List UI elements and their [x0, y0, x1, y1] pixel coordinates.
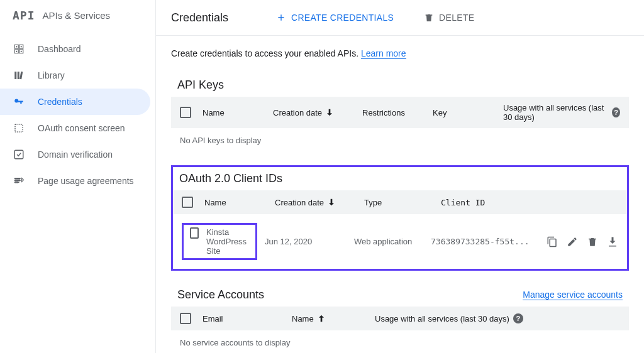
sidebar: API APIs & Services Dashboard Library [0, 0, 156, 353]
oauth-table-header: Name Creation date Type Client ID [173, 190, 627, 214]
service-accounts-table-header: Email Name Usage with all services (last… [171, 307, 629, 330]
sidebar-item-label: Page usage agreements [38, 176, 134, 186]
service-accounts-section: Service Accounts Manage service accounts… [171, 283, 629, 353]
col-key[interactable]: Key [433, 108, 496, 117]
api-keys-table-header: Name Creation date Restrictions Key Usag… [171, 97, 629, 128]
table-row: Kinsta WordPress Site Jun 12, 2020 Web a… [173, 214, 627, 269]
select-all-checkbox[interactable] [180, 313, 191, 324]
create-label: CREATE CREDENTIALS [291, 13, 394, 23]
edit-icon[interactable] [567, 236, 578, 247]
oauth-client-type: Web application [354, 237, 423, 246]
col-type[interactable]: Type [364, 198, 433, 207]
delete-icon[interactable] [587, 236, 598, 247]
sidebar-item-label: Credentials [38, 97, 82, 107]
delete-button[interactable]: DELETE [416, 8, 482, 28]
manage-service-accounts-link[interactable]: Manage service accounts [523, 290, 623, 300]
api-keys-title: API Keys [177, 79, 623, 92]
intro-text: Create credentials to access your enable… [171, 48, 629, 58]
service-accounts-title: Service Accounts [177, 288, 264, 301]
library-icon [13, 69, 25, 82]
download-icon[interactable] [607, 236, 618, 247]
sidebar-header: API APIs & Services [0, 0, 155, 31]
oauth-section: OAuth 2.0 Client IDs Name Creation date … [171, 165, 629, 271]
sidebar-item-label: Library [38, 70, 65, 80]
svg-point-3 [21, 51, 22, 52]
api-keys-empty: No API keys to display [171, 128, 629, 153]
col-date[interactable]: Creation date [273, 107, 355, 117]
sidebar-item-label: Domain verification [38, 149, 113, 160]
sidebar-nav: Dashboard Library Credentials OAuth cons… [0, 31, 155, 194]
content-area: Create credentials to access your enable… [156, 36, 644, 353]
page-title: Credentials [171, 11, 228, 24]
api-keys-section: API Keys Name Creation date Restrictions… [171, 73, 629, 153]
svg-point-2 [16, 51, 17, 52]
arrow-down-icon [325, 107, 335, 117]
svg-point-1 [21, 46, 22, 47]
service-accounts-empty: No service accounts to display [171, 330, 629, 353]
api-logo: API [13, 9, 35, 22]
oauth-title: OAuth 2.0 Client IDs [179, 172, 621, 185]
key-icon [13, 95, 25, 108]
svg-rect-7 [15, 124, 23, 132]
delete-label: DELETE [439, 13, 474, 23]
learn-more-link[interactable]: Learn more [361, 48, 406, 59]
col-name[interactable]: Name [203, 108, 265, 117]
sidebar-item-label: Dashboard [38, 44, 81, 54]
col-email[interactable]: Email [203, 314, 284, 323]
select-all-checkbox[interactable] [180, 107, 191, 118]
sidebar-item-oauth-consent[interactable]: OAuth consent screen [0, 115, 155, 141]
copy-icon[interactable] [547, 236, 558, 247]
sidebar-item-library[interactable]: Library [0, 62, 155, 89]
row-checkbox[interactable] [190, 227, 199, 239]
sidebar-item-domain-verification[interactable]: Domain verification [0, 141, 155, 168]
oauth-client-id: 736389733285-f55t... [431, 237, 539, 246]
col-usage[interactable]: Usage with all services (last 30 days) ? [503, 103, 620, 122]
col-date[interactable]: Creation date [275, 197, 357, 207]
intro-message: Create credentials to access your enable… [171, 48, 361, 58]
svg-rect-6 [19, 72, 23, 79]
sidebar-title: APIs & Services [43, 10, 111, 21]
check-icon [13, 148, 25, 161]
col-name[interactable]: Name [204, 198, 267, 207]
main-content: Credentials CREATE CREDENTIALS DELETE Cr… [156, 0, 644, 353]
sidebar-item-credentials[interactable]: Credentials [0, 89, 150, 115]
sidebar-item-dashboard[interactable]: Dashboard [0, 36, 155, 62]
create-credentials-button[interactable]: CREATE CREDENTIALS [269, 8, 401, 28]
col-name[interactable]: Name [292, 313, 367, 323]
svg-rect-8 [14, 150, 23, 159]
help-icon[interactable]: ? [513, 313, 523, 323]
svg-rect-5 [18, 72, 19, 79]
col-clientid[interactable]: Client ID [441, 198, 618, 207]
col-usage[interactable]: Usage with all services (last 30 days) ? [375, 313, 620, 323]
sidebar-item-page-usage[interactable]: Page usage agreements [0, 168, 155, 194]
plus-icon [276, 13, 286, 23]
svg-rect-4 [14, 72, 16, 79]
svg-point-0 [16, 46, 17, 47]
dashboard-icon [13, 43, 25, 55]
trash-icon [424, 13, 434, 23]
oauth-client-date: Jun 12, 2020 [265, 237, 347, 246]
select-all-checkbox[interactable] [182, 197, 193, 208]
main-header: Credentials CREATE CREDENTIALS DELETE [156, 0, 644, 36]
col-restrictions[interactable]: Restrictions [362, 108, 425, 117]
sidebar-item-label: OAuth consent screen [38, 123, 125, 133]
oauth-client-name[interactable]: Kinsta WordPress Site [206, 225, 255, 258]
consent-icon [13, 122, 25, 134]
agreements-icon [13, 175, 25, 187]
help-icon[interactable]: ? [612, 107, 620, 117]
arrow-down-icon [326, 197, 336, 207]
arrow-up-icon [316, 313, 326, 323]
